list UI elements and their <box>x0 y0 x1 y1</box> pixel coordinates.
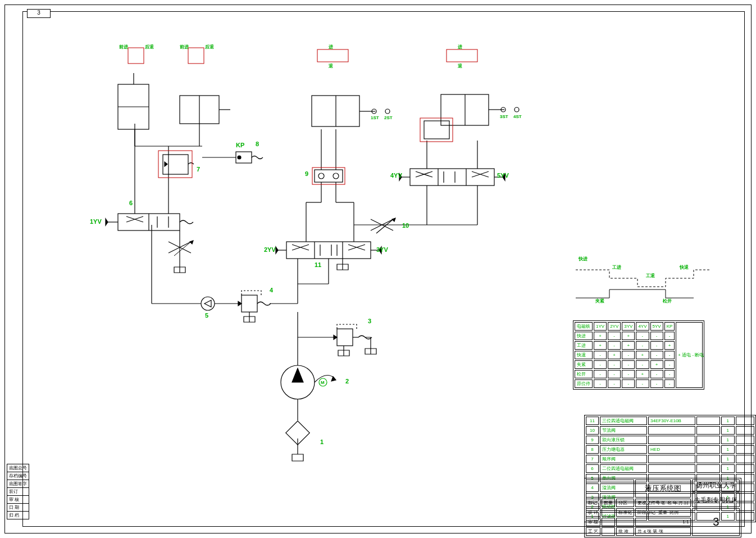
svg-rect-77 <box>188 48 204 64</box>
label-4st: 4ST <box>513 114 522 119</box>
arrow-label: 前进 <box>119 44 128 50</box>
arrow-label: 退 <box>458 63 462 69</box>
archive-sidebar: 底图总号存档编号底图签字装订审 核日 期归 档 <box>7 464 29 519</box>
svg-rect-76 <box>128 48 144 64</box>
org-name: 扬州职业大学 <box>692 480 740 491</box>
svg-marker-4 <box>292 368 303 382</box>
svg-rect-10 <box>242 295 257 312</box>
label-8: 8 <box>256 141 259 147</box>
label-5: 5 <box>205 312 208 319</box>
svg-marker-18 <box>190 241 193 244</box>
label-5yv: 5YV <box>497 172 509 179</box>
svg-point-70 <box>385 109 390 114</box>
arrow-label: 前进 <box>180 44 189 50</box>
arrow-label: 后退 <box>205 44 214 50</box>
label-4: 4 <box>270 287 273 293</box>
cycle-lbl: 工退 <box>646 273 655 279</box>
label-1st: 1ST <box>371 115 379 120</box>
cycle-lbl: 工进 <box>612 264 621 270</box>
svg-rect-79 <box>447 49 477 62</box>
label-3: 3 <box>368 318 371 324</box>
cycle-lbl: 松开 <box>663 298 672 304</box>
svg-point-45 <box>333 173 339 179</box>
arrow-label: 进 <box>458 44 462 50</box>
arrow-label: 退 <box>329 63 333 69</box>
svg-marker-55 <box>392 218 395 221</box>
label-2yv: 2YV <box>264 246 276 253</box>
cycle-lbl: 快进 <box>579 256 588 262</box>
drawing-title: 液压系统图 <box>635 480 691 498</box>
svg-point-72 <box>514 107 519 112</box>
sheet-number: 3 <box>692 508 740 536</box>
label-7: 7 <box>197 166 200 173</box>
svg-rect-65 <box>424 121 449 139</box>
label-10: 10 <box>402 222 409 229</box>
label-2st: 2ST <box>384 115 393 120</box>
svg-point-44 <box>318 173 324 179</box>
label-m: M <box>321 380 325 385</box>
label-2: 2 <box>345 378 349 385</box>
svg-rect-9 <box>337 329 353 346</box>
svg-rect-38 <box>286 242 371 259</box>
svg-rect-57 <box>410 169 494 186</box>
label-6: 6 <box>129 200 133 206</box>
cycle-lbl: 快退 <box>680 264 689 270</box>
svg-point-25 <box>238 156 241 159</box>
arrow-label: 进 <box>329 44 333 50</box>
product-name: 去毛刺专用机床 <box>692 492 740 507</box>
label-9: 9 <box>305 170 308 177</box>
svg-point-12 <box>201 297 215 310</box>
label-3st: 3ST <box>500 114 508 119</box>
label-11: 11 <box>315 261 321 268</box>
svg-rect-75 <box>420 118 453 142</box>
solenoid-table: 电磁铁1YV2YV3YV4YV5YVKP+ 通电 - 断电快进+-+---工进+… <box>573 320 704 390</box>
label-kp: KP <box>236 142 244 148</box>
label-3yv: 3YV <box>376 246 388 253</box>
label-1yv: 1YV <box>90 218 102 225</box>
title-block: 液压系统图 扬州职业大学 去毛刺专用机床 标记数量分区 更改文件号 签 名 年.… <box>584 478 741 537</box>
cycle-diagram <box>570 259 716 315</box>
cycle-lbl: 夹紧 <box>595 298 604 304</box>
label-4yv: 4YV <box>390 172 402 179</box>
svg-rect-78 <box>317 49 348 62</box>
svg-marker-6 <box>331 377 336 381</box>
arrow-label: 后退 <box>145 44 154 50</box>
label-1: 1 <box>320 438 324 445</box>
